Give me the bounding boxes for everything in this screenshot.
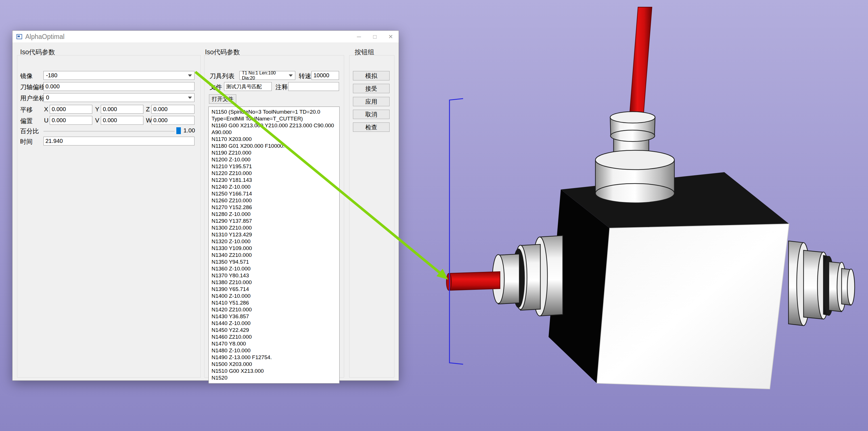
chevron-down-icon [188, 96, 192, 99]
translate-y-input[interactable] [101, 105, 144, 114]
window-title: AlphaOptimal [25, 33, 64, 40]
left-groupbox [17, 55, 201, 378]
left-clamp-cylinders [492, 235, 563, 316]
v-label: V [95, 117, 99, 124]
x-label: X [44, 106, 48, 113]
open-file-button[interactable]: 打开文件 [209, 94, 236, 104]
user-coord-dropdown[interactable]: 0 [43, 93, 194, 102]
percent-slider-track[interactable] [43, 131, 175, 132]
file-label: 文件 [210, 83, 222, 91]
time-input[interactable] [43, 137, 194, 145]
translate-label: 平移 [20, 106, 33, 114]
chevron-down-icon [188, 75, 192, 77]
blue-bracket-annotation [450, 98, 463, 364]
mirror-label: 镜像 [20, 72, 33, 80]
user-coord-label: 用户坐标 [20, 94, 45, 103]
translate-z-input[interactable] [151, 105, 194, 114]
w-label: W [146, 117, 152, 124]
apply-button[interactable]: 应用 [353, 97, 390, 106]
horizontal-red-tool-icon [446, 271, 500, 290]
offset-v-input[interactable] [101, 116, 144, 125]
workpiece-box [549, 172, 789, 389]
translate-x-input[interactable] [50, 105, 92, 114]
simulate-button[interactable]: 模拟 [353, 71, 390, 80]
gcode-textarea[interactable]: N1150 (SpindleNo=3 ToolNumber=1 TD=20.0 … [209, 107, 340, 383]
spindle-collet-stack [595, 112, 674, 203]
accept-button[interactable]: 接受 [353, 84, 390, 93]
cancel-button[interactable]: 取消 [353, 110, 390, 119]
comment-label: 注释 [275, 83, 288, 91]
file-input[interactable] [224, 82, 272, 91]
percent-value: 1.00 [183, 127, 195, 134]
minimize-button[interactable]: ─ [351, 31, 367, 42]
alphaoptimal-window: AlphaOptimal ─ □ ✕ Iso代码参数 镜像 -180 刀轴偏移 … [12, 30, 399, 381]
mirror-value: -180 [46, 72, 57, 79]
right-clamp-cylinders [788, 241, 855, 325]
tool-list-label: 刀具列表 [210, 72, 235, 80]
close-button[interactable]: ✕ [383, 31, 399, 42]
tool-axis-offset-input[interactable] [43, 82, 194, 91]
offset-u-input[interactable] [50, 116, 92, 125]
tool-axis-offset-label: 刀轴偏移 [20, 83, 45, 91]
offset-label: 偏置 [20, 117, 33, 125]
titlebar[interactable]: AlphaOptimal ─ □ ✕ [12, 31, 399, 43]
time-label: 时间 [20, 138, 33, 146]
tool-list-value: T1 No:1 Len:100 Dia:20 [242, 70, 289, 81]
speed-label: 转速 [299, 72, 311, 80]
mirror-dropdown[interactable]: -180 [43, 71, 194, 80]
app-icon [16, 33, 23, 40]
vertical-red-tool-icon [629, 7, 652, 116]
comment-input[interactable] [288, 82, 339, 91]
offset-w-input[interactable] [151, 116, 194, 125]
speed-input[interactable] [311, 71, 339, 80]
y-label: Y [95, 106, 99, 113]
chevron-down-icon [289, 75, 293, 77]
user-coord-value: 0 [46, 94, 49, 101]
u-label: U [44, 117, 49, 124]
percent-slider-handle[interactable] [176, 127, 181, 134]
percent-label: 百分比 [20, 127, 39, 136]
check-button[interactable]: 检查 [353, 122, 390, 132]
tool-list-dropdown[interactable]: T1 No:1 Len:100 Dia:20 [239, 71, 295, 80]
maximize-button[interactable]: □ [367, 31, 383, 42]
z-label: Z [146, 106, 150, 113]
